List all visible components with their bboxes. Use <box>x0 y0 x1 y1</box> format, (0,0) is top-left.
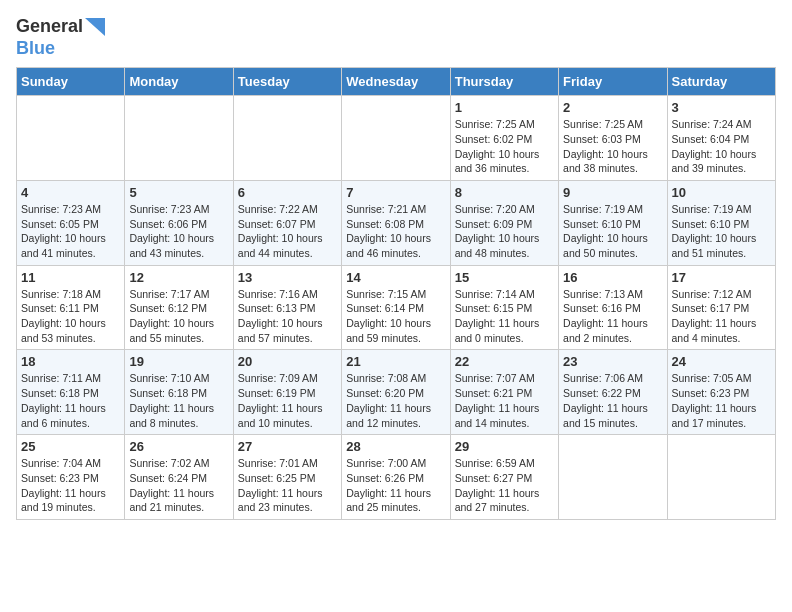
calendar-week-row: 4Sunrise: 7:23 AM Sunset: 6:05 PM Daylig… <box>17 180 776 265</box>
weekday-header-cell: Tuesday <box>233 68 341 96</box>
calendar-day-cell <box>17 96 125 181</box>
day-info: Sunrise: 7:07 AM Sunset: 6:21 PM Dayligh… <box>455 371 554 430</box>
day-number: 3 <box>672 100 771 115</box>
weekday-header-cell: Saturday <box>667 68 775 96</box>
logo-triangle-icon <box>85 18 105 36</box>
day-info: Sunrise: 7:25 AM Sunset: 6:02 PM Dayligh… <box>455 117 554 176</box>
day-number: 19 <box>129 354 228 369</box>
calendar-day-cell: 6Sunrise: 7:22 AM Sunset: 6:07 PM Daylig… <box>233 180 341 265</box>
calendar-day-cell: 12Sunrise: 7:17 AM Sunset: 6:12 PM Dayli… <box>125 265 233 350</box>
calendar-day-cell: 14Sunrise: 7:15 AM Sunset: 6:14 PM Dayli… <box>342 265 450 350</box>
day-info: Sunrise: 6:59 AM Sunset: 6:27 PM Dayligh… <box>455 456 554 515</box>
day-info: Sunrise: 7:04 AM Sunset: 6:23 PM Dayligh… <box>21 456 120 515</box>
day-info: Sunrise: 7:25 AM Sunset: 6:03 PM Dayligh… <box>563 117 662 176</box>
logo: General Blue <box>16 16 105 59</box>
day-info: Sunrise: 7:24 AM Sunset: 6:04 PM Dayligh… <box>672 117 771 176</box>
weekday-header-cell: Thursday <box>450 68 558 96</box>
calendar-day-cell: 27Sunrise: 7:01 AM Sunset: 6:25 PM Dayli… <box>233 435 341 520</box>
calendar-day-cell: 5Sunrise: 7:23 AM Sunset: 6:06 PM Daylig… <box>125 180 233 265</box>
weekday-header-cell: Friday <box>559 68 667 96</box>
day-number: 16 <box>563 270 662 285</box>
day-number: 4 <box>21 185 120 200</box>
day-info: Sunrise: 7:01 AM Sunset: 6:25 PM Dayligh… <box>238 456 337 515</box>
day-number: 28 <box>346 439 445 454</box>
weekday-header-row: SundayMondayTuesdayWednesdayThursdayFrid… <box>17 68 776 96</box>
calendar-day-cell: 29Sunrise: 6:59 AM Sunset: 6:27 PM Dayli… <box>450 435 558 520</box>
calendar-day-cell: 4Sunrise: 7:23 AM Sunset: 6:05 PM Daylig… <box>17 180 125 265</box>
calendar-day-cell: 9Sunrise: 7:19 AM Sunset: 6:10 PM Daylig… <box>559 180 667 265</box>
day-number: 21 <box>346 354 445 369</box>
day-number: 14 <box>346 270 445 285</box>
calendar-day-cell: 26Sunrise: 7:02 AM Sunset: 6:24 PM Dayli… <box>125 435 233 520</box>
calendar-day-cell: 10Sunrise: 7:19 AM Sunset: 6:10 PM Dayli… <box>667 180 775 265</box>
calendar-day-cell: 13Sunrise: 7:16 AM Sunset: 6:13 PM Dayli… <box>233 265 341 350</box>
calendar-day-cell: 16Sunrise: 7:13 AM Sunset: 6:16 PM Dayli… <box>559 265 667 350</box>
calendar-day-cell: 8Sunrise: 7:20 AM Sunset: 6:09 PM Daylig… <box>450 180 558 265</box>
day-number: 9 <box>563 185 662 200</box>
day-info: Sunrise: 7:22 AM Sunset: 6:07 PM Dayligh… <box>238 202 337 261</box>
day-info: Sunrise: 7:23 AM Sunset: 6:06 PM Dayligh… <box>129 202 228 261</box>
day-number: 10 <box>672 185 771 200</box>
calendar-day-cell: 24Sunrise: 7:05 AM Sunset: 6:23 PM Dayli… <box>667 350 775 435</box>
day-info: Sunrise: 7:10 AM Sunset: 6:18 PM Dayligh… <box>129 371 228 430</box>
day-info: Sunrise: 7:15 AM Sunset: 6:14 PM Dayligh… <box>346 287 445 346</box>
day-number: 2 <box>563 100 662 115</box>
day-info: Sunrise: 7:11 AM Sunset: 6:18 PM Dayligh… <box>21 371 120 430</box>
calendar-day-cell: 18Sunrise: 7:11 AM Sunset: 6:18 PM Dayli… <box>17 350 125 435</box>
day-number: 18 <box>21 354 120 369</box>
day-number: 22 <box>455 354 554 369</box>
logo-text: General Blue <box>16 16 105 59</box>
calendar-week-row: 25Sunrise: 7:04 AM Sunset: 6:23 PM Dayli… <box>17 435 776 520</box>
calendar-day-cell: 21Sunrise: 7:08 AM Sunset: 6:20 PM Dayli… <box>342 350 450 435</box>
calendar-day-cell <box>667 435 775 520</box>
calendar-day-cell <box>125 96 233 181</box>
day-info: Sunrise: 7:13 AM Sunset: 6:16 PM Dayligh… <box>563 287 662 346</box>
day-number: 20 <box>238 354 337 369</box>
day-number: 29 <box>455 439 554 454</box>
day-number: 8 <box>455 185 554 200</box>
calendar-week-row: 11Sunrise: 7:18 AM Sunset: 6:11 PM Dayli… <box>17 265 776 350</box>
day-number: 1 <box>455 100 554 115</box>
calendar-day-cell: 7Sunrise: 7:21 AM Sunset: 6:08 PM Daylig… <box>342 180 450 265</box>
day-number: 11 <box>21 270 120 285</box>
day-info: Sunrise: 7:06 AM Sunset: 6:22 PM Dayligh… <box>563 371 662 430</box>
day-number: 27 <box>238 439 337 454</box>
day-info: Sunrise: 7:21 AM Sunset: 6:08 PM Dayligh… <box>346 202 445 261</box>
day-info: Sunrise: 7:16 AM Sunset: 6:13 PM Dayligh… <box>238 287 337 346</box>
day-info: Sunrise: 7:18 AM Sunset: 6:11 PM Dayligh… <box>21 287 120 346</box>
day-info: Sunrise: 7:08 AM Sunset: 6:20 PM Dayligh… <box>346 371 445 430</box>
weekday-header-cell: Wednesday <box>342 68 450 96</box>
calendar-week-row: 1Sunrise: 7:25 AM Sunset: 6:02 PM Daylig… <box>17 96 776 181</box>
calendar-day-cell <box>559 435 667 520</box>
calendar-day-cell: 15Sunrise: 7:14 AM Sunset: 6:15 PM Dayli… <box>450 265 558 350</box>
calendar-day-cell: 19Sunrise: 7:10 AM Sunset: 6:18 PM Dayli… <box>125 350 233 435</box>
day-info: Sunrise: 7:19 AM Sunset: 6:10 PM Dayligh… <box>563 202 662 261</box>
day-number: 24 <box>672 354 771 369</box>
calendar-day-cell: 11Sunrise: 7:18 AM Sunset: 6:11 PM Dayli… <box>17 265 125 350</box>
day-number: 17 <box>672 270 771 285</box>
calendar-table: SundayMondayTuesdayWednesdayThursdayFrid… <box>16 67 776 520</box>
svg-marker-0 <box>85 18 105 36</box>
weekday-header-cell: Sunday <box>17 68 125 96</box>
calendar-day-cell <box>233 96 341 181</box>
day-info: Sunrise: 7:19 AM Sunset: 6:10 PM Dayligh… <box>672 202 771 261</box>
day-number: 6 <box>238 185 337 200</box>
day-info: Sunrise: 7:05 AM Sunset: 6:23 PM Dayligh… <box>672 371 771 430</box>
day-info: Sunrise: 7:12 AM Sunset: 6:17 PM Dayligh… <box>672 287 771 346</box>
calendar-day-cell: 22Sunrise: 7:07 AM Sunset: 6:21 PM Dayli… <box>450 350 558 435</box>
day-number: 15 <box>455 270 554 285</box>
calendar-day-cell: 17Sunrise: 7:12 AM Sunset: 6:17 PM Dayli… <box>667 265 775 350</box>
calendar-body: 1Sunrise: 7:25 AM Sunset: 6:02 PM Daylig… <box>17 96 776 520</box>
calendar-week-row: 18Sunrise: 7:11 AM Sunset: 6:18 PM Dayli… <box>17 350 776 435</box>
day-number: 25 <box>21 439 120 454</box>
day-number: 7 <box>346 185 445 200</box>
calendar-day-cell: 3Sunrise: 7:24 AM Sunset: 6:04 PM Daylig… <box>667 96 775 181</box>
day-info: Sunrise: 7:23 AM Sunset: 6:05 PM Dayligh… <box>21 202 120 261</box>
calendar-day-cell: 28Sunrise: 7:00 AM Sunset: 6:26 PM Dayli… <box>342 435 450 520</box>
day-info: Sunrise: 7:02 AM Sunset: 6:24 PM Dayligh… <box>129 456 228 515</box>
day-info: Sunrise: 7:00 AM Sunset: 6:26 PM Dayligh… <box>346 456 445 515</box>
weekday-header-cell: Monday <box>125 68 233 96</box>
day-number: 5 <box>129 185 228 200</box>
calendar-day-cell: 23Sunrise: 7:06 AM Sunset: 6:22 PM Dayli… <box>559 350 667 435</box>
day-number: 13 <box>238 270 337 285</box>
